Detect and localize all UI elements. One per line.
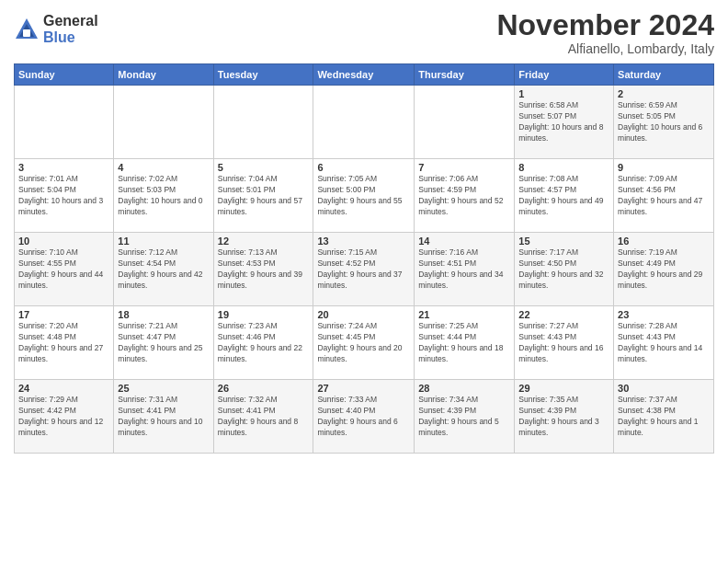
- calendar-table: SundayMondayTuesdayWednesdayThursdayFrid…: [14, 63, 714, 454]
- day-number: 16: [618, 236, 710, 247]
- calendar-cell: 17Sunrise: 7:20 AM Sunset: 4:48 PM Dayli…: [15, 306, 114, 380]
- day-number: 30: [618, 383, 710, 394]
- calendar-cell: [15, 86, 114, 159]
- calendar-cell: 13Sunrise: 7:15 AM Sunset: 4:52 PM Dayli…: [313, 233, 415, 306]
- logo-text: General Blue: [43, 13, 98, 45]
- weekday-header-thursday: Thursday: [415, 64, 515, 86]
- day-number: 4: [118, 162, 209, 173]
- calendar-cell: 25Sunrise: 7:31 AM Sunset: 4:41 PM Dayli…: [114, 380, 213, 454]
- weekday-header-wednesday: Wednesday: [313, 64, 415, 86]
- day-number: 8: [518, 162, 609, 173]
- calendar-cell: 27Sunrise: 7:33 AM Sunset: 4:40 PM Dayli…: [313, 380, 415, 454]
- day-info: Sunrise: 7:24 AM Sunset: 4:45 PM Dayligh…: [317, 321, 410, 365]
- calendar-cell: 24Sunrise: 7:29 AM Sunset: 4:42 PM Dayli…: [15, 380, 114, 454]
- calendar-week-1: 1Sunrise: 6:58 AM Sunset: 5:07 PM Daylig…: [15, 86, 714, 159]
- day-info: Sunrise: 7:10 AM Sunset: 4:55 PM Dayligh…: [18, 247, 109, 292]
- day-info: Sunrise: 7:02 AM Sunset: 5:03 PM Dayligh…: [118, 174, 209, 218]
- calendar-cell: 16Sunrise: 7:19 AM Sunset: 4:49 PM Dayli…: [614, 233, 714, 306]
- day-info: Sunrise: 7:29 AM Sunset: 4:42 PM Dayligh…: [18, 395, 109, 439]
- day-number: 6: [317, 162, 410, 173]
- calendar-cell: 3Sunrise: 7:01 AM Sunset: 5:04 PM Daylig…: [15, 159, 114, 233]
- day-info: Sunrise: 7:31 AM Sunset: 4:41 PM Dayligh…: [118, 395, 209, 439]
- day-number: 1: [518, 88, 609, 99]
- header-area: General Blue November 2024 Alfianello, L…: [14, 9, 714, 56]
- calendar-cell: 6Sunrise: 7:05 AM Sunset: 5:00 PM Daylig…: [313, 159, 415, 233]
- calendar-cell: 28Sunrise: 7:34 AM Sunset: 4:39 PM Dayli…: [415, 380, 515, 454]
- day-info: Sunrise: 7:05 AM Sunset: 5:00 PM Dayligh…: [317, 174, 410, 218]
- day-number: 24: [18, 383, 109, 394]
- calendar-cell: 9Sunrise: 7:09 AM Sunset: 4:56 PM Daylig…: [614, 159, 714, 233]
- day-number: 15: [518, 236, 609, 247]
- calendar-cell: 5Sunrise: 7:04 AM Sunset: 5:01 PM Daylig…: [213, 159, 313, 233]
- day-info: Sunrise: 7:27 AM Sunset: 4:43 PM Dayligh…: [518, 321, 609, 365]
- calendar-week-5: 24Sunrise: 7:29 AM Sunset: 4:42 PM Dayli…: [15, 380, 714, 454]
- calendar-cell: 12Sunrise: 7:13 AM Sunset: 4:53 PM Dayli…: [213, 233, 313, 306]
- calendar-cell: 4Sunrise: 7:02 AM Sunset: 5:03 PM Daylig…: [114, 159, 213, 233]
- weekday-header-friday: Friday: [515, 64, 614, 86]
- day-info: Sunrise: 7:20 AM Sunset: 4:48 PM Dayligh…: [18, 321, 109, 365]
- page-container: General Blue November 2024 Alfianello, L…: [0, 0, 728, 463]
- day-number: 17: [18, 309, 109, 320]
- day-info: Sunrise: 7:21 AM Sunset: 4:47 PM Dayligh…: [118, 321, 209, 365]
- svg-rect-2: [23, 29, 30, 37]
- day-number: 14: [418, 236, 510, 247]
- month-title: November 2024: [496, 9, 714, 41]
- calendar-cell: [313, 86, 415, 159]
- day-number: 10: [18, 236, 109, 247]
- weekday-header-monday: Monday: [114, 64, 213, 86]
- calendar-cell: 29Sunrise: 7:35 AM Sunset: 4:39 PM Dayli…: [515, 380, 614, 454]
- calendar-cell: 7Sunrise: 7:06 AM Sunset: 4:59 PM Daylig…: [415, 159, 515, 233]
- day-info: Sunrise: 7:04 AM Sunset: 5:01 PM Dayligh…: [218, 174, 310, 218]
- day-number: 21: [418, 309, 510, 320]
- day-number: 13: [317, 236, 410, 247]
- day-number: 9: [618, 162, 710, 173]
- calendar-cell: 8Sunrise: 7:08 AM Sunset: 4:57 PM Daylig…: [515, 159, 614, 233]
- day-number: 12: [218, 236, 310, 247]
- day-number: 29: [518, 383, 609, 394]
- calendar-week-2: 3Sunrise: 7:01 AM Sunset: 5:04 PM Daylig…: [15, 159, 714, 233]
- logo-general-text: General: [43, 13, 98, 29]
- day-info: Sunrise: 7:33 AM Sunset: 4:40 PM Dayligh…: [317, 395, 410, 439]
- day-info: Sunrise: 6:59 AM Sunset: 5:05 PM Dayligh…: [618, 100, 710, 144]
- calendar-cell: 2Sunrise: 6:59 AM Sunset: 5:05 PM Daylig…: [614, 86, 714, 159]
- day-number: 5: [218, 162, 310, 173]
- day-number: 7: [418, 162, 510, 173]
- day-info: Sunrise: 7:06 AM Sunset: 4:59 PM Dayligh…: [418, 174, 510, 218]
- day-info: Sunrise: 7:35 AM Sunset: 4:39 PM Dayligh…: [518, 395, 609, 439]
- day-number: 20: [317, 309, 410, 320]
- calendar-cell: 26Sunrise: 7:32 AM Sunset: 4:41 PM Dayli…: [213, 380, 313, 454]
- day-info: Sunrise: 7:25 AM Sunset: 4:44 PM Dayligh…: [418, 321, 510, 365]
- day-info: Sunrise: 7:32 AM Sunset: 4:41 PM Dayligh…: [218, 395, 310, 439]
- day-number: 23: [618, 309, 710, 320]
- day-info: Sunrise: 7:17 AM Sunset: 4:50 PM Dayligh…: [518, 247, 609, 292]
- day-number: 22: [518, 309, 609, 320]
- day-number: 18: [118, 309, 209, 320]
- calendar-cell: 19Sunrise: 7:23 AM Sunset: 4:46 PM Dayli…: [213, 306, 313, 380]
- day-info: Sunrise: 7:15 AM Sunset: 4:52 PM Dayligh…: [317, 247, 410, 292]
- day-number: 2: [618, 88, 710, 99]
- location-title: Alfianello, Lombardy, Italy: [496, 41, 714, 56]
- calendar-cell: 14Sunrise: 7:16 AM Sunset: 4:51 PM Dayli…: [415, 233, 515, 306]
- calendar-cell: 30Sunrise: 7:37 AM Sunset: 4:38 PM Dayli…: [614, 380, 714, 454]
- title-area: November 2024 Alfianello, Lombardy, Ital…: [496, 9, 714, 56]
- calendar-cell: 20Sunrise: 7:24 AM Sunset: 4:45 PM Dayli…: [313, 306, 415, 380]
- calendar-cell: [114, 86, 213, 159]
- day-info: Sunrise: 7:16 AM Sunset: 4:51 PM Dayligh…: [418, 247, 510, 292]
- calendar-cell: 18Sunrise: 7:21 AM Sunset: 4:47 PM Dayli…: [114, 306, 213, 380]
- calendar-cell: 11Sunrise: 7:12 AM Sunset: 4:54 PM Dayli…: [114, 233, 213, 306]
- day-info: Sunrise: 7:37 AM Sunset: 4:38 PM Dayligh…: [618, 395, 710, 439]
- day-number: 28: [418, 383, 510, 394]
- day-info: Sunrise: 7:34 AM Sunset: 4:39 PM Dayligh…: [418, 395, 510, 439]
- day-number: 26: [218, 383, 310, 394]
- day-number: 11: [118, 236, 209, 247]
- calendar-week-4: 17Sunrise: 7:20 AM Sunset: 4:48 PM Dayli…: [15, 306, 714, 380]
- weekday-header-sunday: Sunday: [15, 64, 114, 86]
- calendar-cell: 1Sunrise: 6:58 AM Sunset: 5:07 PM Daylig…: [515, 86, 614, 159]
- logo-blue-text: Blue: [43, 29, 98, 46]
- day-info: Sunrise: 7:28 AM Sunset: 4:43 PM Dayligh…: [618, 321, 710, 365]
- calendar-cell: 21Sunrise: 7:25 AM Sunset: 4:44 PM Dayli…: [415, 306, 515, 380]
- logo: General Blue: [14, 13, 98, 45]
- calendar-cell: [415, 86, 515, 159]
- day-info: Sunrise: 6:58 AM Sunset: 5:07 PM Dayligh…: [518, 100, 609, 144]
- calendar-cell: 10Sunrise: 7:10 AM Sunset: 4:55 PM Dayli…: [15, 233, 114, 306]
